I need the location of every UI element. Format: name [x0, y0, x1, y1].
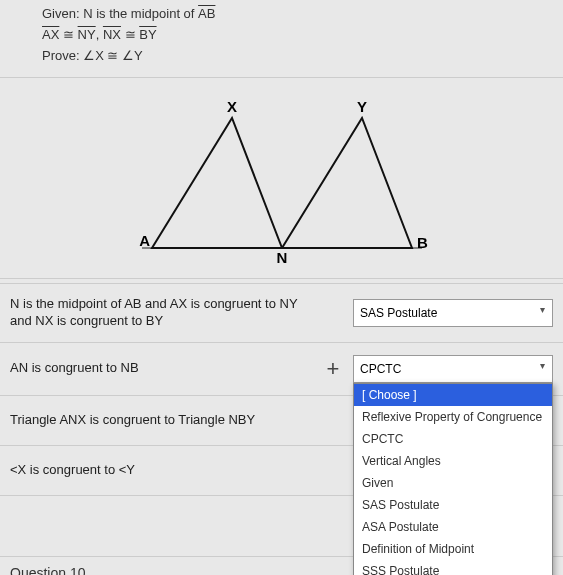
reason-select-1[interactable]: SAS Postulate: [353, 299, 553, 327]
label-x: X: [226, 98, 236, 115]
congruence-line: AX ≅ NY, NX ≅ BY: [42, 27, 551, 42]
dropdown-option-sas[interactable]: SAS Postulate: [354, 494, 552, 516]
dropdown-option-asa[interactable]: ASA Postulate: [354, 516, 552, 538]
reason-box-1: SAS Postulate: [353, 299, 553, 327]
problem-header: Given: N is the midpoint of AB AX ≅ NY, …: [0, 0, 563, 78]
proof-section: N is the midpoint of AB and AX is congru…: [0, 283, 563, 496]
angle-x: ∠X: [83, 48, 104, 63]
seg-ax: AX: [42, 27, 59, 42]
prove-prefix: Prove:: [42, 48, 83, 63]
given-line: Given: N is the midpoint of AB: [42, 6, 551, 21]
given-prefix: Given: N is the midpoint of: [42, 6, 198, 21]
congruent-symbol: ≅: [63, 27, 74, 42]
congruent-symbol: ≅: [125, 27, 136, 42]
label-b: B: [417, 234, 428, 251]
prove-line: Prove: ∠X ≅ ∠Y: [42, 48, 551, 63]
plus-2[interactable]: +: [313, 356, 353, 382]
reason-dropdown-open: [ Choose ] Reflexive Property of Congrue…: [353, 383, 553, 575]
statement-1: N is the midpoint of AB and AX is congru…: [10, 296, 313, 330]
triangles-diagram: A N B X Y: [112, 98, 452, 268]
dropdown-option-vertical-angles[interactable]: Vertical Angles: [354, 450, 552, 472]
svg-marker-1: [152, 118, 282, 248]
segment-ab: AB: [198, 6, 215, 21]
dropdown-option-def-midpoint[interactable]: Definition of Midpoint: [354, 538, 552, 560]
label-n: N: [276, 249, 287, 266]
svg-marker-2: [282, 118, 412, 248]
dropdown-option-sss[interactable]: SSS Postulate: [354, 560, 552, 575]
seg-ny: NY: [78, 27, 96, 42]
statement-3: Triangle ANX is congruent to Triangle NB…: [10, 412, 313, 429]
dropdown-option-cpctc[interactable]: CPCTC: [354, 428, 552, 450]
seg-nx: NX: [103, 27, 121, 42]
reason-select-2[interactable]: CPCTC: [353, 355, 553, 383]
comma: ,: [96, 27, 100, 42]
dropdown-option-choose[interactable]: [ Choose ]: [354, 384, 552, 406]
reason-box-2: CPCTC [ Choose ] Reflexive Property of C…: [353, 355, 553, 383]
label-a: A: [139, 232, 150, 249]
proof-row-1: N is the midpoint of AB and AX is congru…: [0, 284, 563, 343]
diagram-area: A N B X Y: [0, 78, 563, 279]
congruent-symbol: ≅: [107, 48, 118, 63]
proof-row-2: AN is congruent to NB + CPCTC [ Choose ]…: [0, 343, 563, 396]
angle-y: ∠Y: [122, 48, 143, 63]
dropdown-option-given[interactable]: Given: [354, 472, 552, 494]
seg-by: BY: [139, 27, 156, 42]
label-y: Y: [356, 98, 366, 115]
statement-4: <X is congruent to <Y: [10, 462, 313, 479]
statement-2: AN is congruent to NB: [10, 360, 313, 377]
dropdown-option-reflexive[interactable]: Reflexive Property of Congruence: [354, 406, 552, 428]
